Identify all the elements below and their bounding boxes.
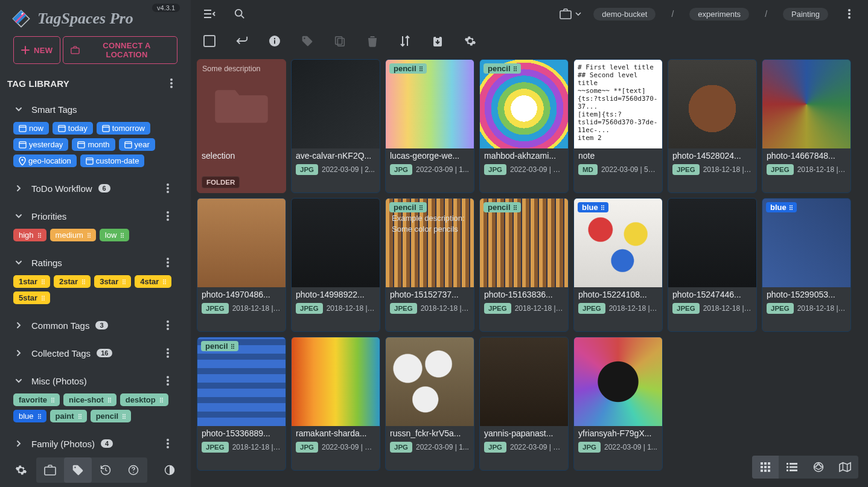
grid-view-button[interactable] [752, 456, 779, 479]
list-view-button[interactable] [779, 456, 805, 479]
file-card[interactable]: yfriansyah-F79gX...JPG2022-03-09 | 1... [573, 337, 663, 471]
file-card[interactable]: pencillucas-george-we...JPG2022-03-09 | … [385, 59, 474, 193]
help-button[interactable] [120, 457, 147, 483]
tag-custom-date[interactable]: custom-date [80, 154, 145, 167]
file-card[interactable]: photo-14970486...JPEG2018-12-18 | 59... [197, 198, 286, 332]
file-card[interactable]: bluephoto-15299053...JPEG2018-12-18 | 54… [762, 198, 851, 332]
folder-card[interactable]: Some description selection FOLDER [197, 59, 286, 193]
thumbnail-tag[interactable]: blue [766, 202, 797, 212]
breadcrumb-2[interactable]: Painting [783, 8, 828, 21]
group-head-family-photos[interactable]: Family (Photos) 4 [10, 433, 185, 454]
group-menu-button[interactable] [159, 345, 176, 361]
view-settings-button[interactable] [462, 33, 478, 49]
tag-low[interactable]: low [100, 229, 130, 241]
tag-library-button[interactable] [64, 457, 92, 483]
group-menu-button[interactable] [159, 208, 176, 224]
group-menu-button[interactable] [159, 317, 176, 334]
tag-nice-shot[interactable]: nice-shot [63, 393, 116, 406]
tag-pencil[interactable]: pencil [91, 410, 132, 422]
file-card[interactable]: pencilExample description: Some color pe… [385, 198, 474, 332]
calendar-icon [124, 141, 132, 148]
file-card[interactable]: ramakant-sharda...JPG2022-03-09 | 80... [291, 337, 380, 471]
thumbnail-tag[interactable]: pencil [201, 341, 238, 351]
file-card[interactable]: yannis-papanast...JPG2022-03-09 | 2.8... [479, 337, 569, 471]
folder-properties-button[interactable] [267, 33, 282, 49]
breadcrumb-0[interactable]: demo-bucket [593, 8, 656, 21]
thumbnail-tag[interactable]: blue [578, 202, 608, 212]
tag-year[interactable]: year [119, 138, 155, 151]
tag-high[interactable]: high [13, 229, 46, 241]
group-menu-button[interactable] [159, 435, 176, 452]
tag-3star[interactable]: 3star [94, 275, 131, 288]
select-all-checkbox[interactable] [202, 33, 217, 49]
priorities-row: high medium low [10, 229, 185, 245]
tag-blue[interactable]: blue [13, 410, 46, 422]
search-button[interactable] [231, 5, 249, 23]
tag-2star[interactable]: 2star [54, 275, 91, 288]
thumbnail-tag[interactable]: pencil [389, 63, 427, 74]
gallery-view-button[interactable] [805, 456, 832, 479]
file-date-size: 2018-12-18 | 78... [797, 165, 846, 174]
breadcrumb-menu-button[interactable] [840, 5, 858, 23]
tag-geo-location[interactable]: geo-location [13, 154, 77, 167]
group-head-misc-photos[interactable]: Misc (Photos) [10, 371, 185, 391]
thumbnail-tag[interactable]: pencil [483, 202, 521, 212]
file-card[interactable]: pencilmahbod-akhzami...JPG2022-03-09 | 3… [479, 59, 569, 193]
sort-button[interactable] [397, 33, 413, 49]
tag-library-menu-button[interactable] [163, 75, 180, 92]
chevron-right-icon [12, 437, 25, 450]
tag-yesterday[interactable]: yesterday [13, 138, 68, 151]
settings-button[interactable] [8, 457, 34, 483]
tag-medium[interactable]: medium [50, 229, 96, 241]
connect-location-button[interactable]: CONNECT A LOCATION [63, 36, 177, 64]
file-card[interactable]: russn_fckr-krV5a...JPG2022-03-09 | 1... [385, 337, 474, 471]
thumbnail-tag[interactable]: pencil [483, 63, 521, 74]
file-card[interactable]: photo-14998922...JPEG2018-12-18 | 40... [291, 198, 380, 332]
file-card[interactable]: bluephoto-15224108...JPEG2018-12-18 | 39… [573, 198, 663, 332]
file-name: ramakant-sharda... [296, 428, 375, 438]
theme-toggle-button[interactable] [157, 457, 182, 483]
file-card[interactable]: photo-14667848...JPEG2018-12-18 | 78... [762, 59, 851, 193]
locations-button[interactable] [36, 457, 64, 483]
file-thumbnail: pencil [480, 60, 568, 148]
group-head-smart-tags[interactable]: Smart Tags [10, 99, 185, 119]
breadcrumb-1[interactable]: experiments [689, 8, 749, 21]
tag-5star[interactable]: 5star [13, 291, 50, 304]
tag-favorite[interactable]: favorite [13, 393, 60, 406]
import-button[interactable] [430, 33, 445, 49]
history-button[interactable] [92, 457, 120, 483]
tag-4star[interactable]: 4star [135, 275, 171, 288]
group-head-todo[interactable]: ToDo Workflow 6 [10, 178, 185, 199]
file-card[interactable]: photo-15247446...JPEG2018-12-18 | 38... [668, 198, 757, 332]
file-card[interactable]: photo-14528024...JPEG2018-12-18 | 55... [668, 59, 757, 193]
tag-month[interactable]: month [72, 138, 115, 151]
tag-1star[interactable]: 1star [13, 275, 50, 288]
group-head-collected-tags[interactable]: Collected Tags 16 [10, 343, 185, 363]
tag-today[interactable]: today [53, 122, 93, 135]
toggle-drawer-button[interactable] [200, 5, 219, 23]
group-head-ratings[interactable]: Ratings [10, 252, 185, 273]
file-card[interactable]: # First level title ## Second level titl… [573, 59, 663, 193]
group-menu-button[interactable] [159, 372, 176, 389]
calendar-icon [19, 141, 27, 148]
tag-now[interactable]: now [13, 122, 49, 135]
group-head-priorities[interactable]: Priorities [10, 206, 185, 226]
new-button[interactable]: NEW [13, 36, 60, 64]
navigate-up-button[interactable] [234, 33, 250, 49]
file-date-size: 2018-12-18 | 61... [421, 304, 470, 313]
tag-paint[interactable]: paint [50, 410, 87, 422]
group-menu-button[interactable] [159, 180, 176, 197]
map-view-button[interactable] [832, 456, 858, 479]
file-card[interactable]: pencilphoto-15163836...JPEG2018-12-18 | … [479, 198, 569, 332]
group-menu-button[interactable] [159, 254, 176, 271]
group-head-common-tags[interactable]: Common Tags 3 [10, 315, 185, 336]
tag-desktop[interactable]: desktop [120, 393, 168, 406]
file-ext-badge: JPG [390, 442, 412, 453]
file-date-size: 2018-12-18 | 38... [703, 304, 752, 313]
tag-tomorrow[interactable]: tomorrow [97, 122, 150, 135]
location-dropdown[interactable] [560, 5, 581, 23]
file-card[interactable]: pencilphoto-15336889...JPEG2018-12-18 | … [197, 337, 286, 471]
file-card[interactable]: ave-calvar-nKF2Q...JPG2022-03-09 | 2... [291, 59, 380, 193]
contrast-icon [164, 464, 176, 476]
svg-rect-8 [19, 142, 26, 148]
